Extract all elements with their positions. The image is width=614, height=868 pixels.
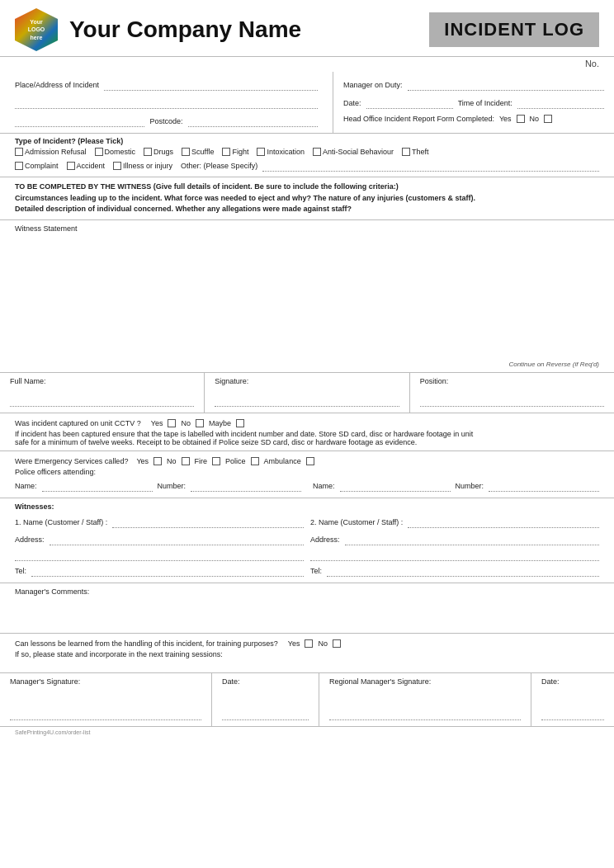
cctv-no: No bbox=[181, 419, 191, 427]
name1-input[interactable] bbox=[42, 480, 153, 492]
time-label: Time of Incident: bbox=[458, 99, 512, 107]
final-signatures-section: Manager's Signature: Date: Regional Mana… bbox=[0, 673, 614, 727]
instructions-line1: TO BE COMPLETED BY THE WITNESS (Give ful… bbox=[15, 182, 599, 193]
witness2-address-line2[interactable] bbox=[310, 550, 599, 561]
witness1-tel-label: Tel: bbox=[15, 567, 26, 575]
date2-input[interactable] bbox=[541, 709, 604, 720]
witness1-address-row: Address: bbox=[15, 532, 304, 547]
witness-statement-area[interactable] bbox=[15, 233, 599, 365]
manager-comments-label: Manager's Comments: bbox=[15, 587, 89, 596]
cb-illness-box[interactable] bbox=[113, 162, 121, 170]
witness-col-1: 1. Name (Customer / Staff) : Address: Te… bbox=[15, 513, 304, 578]
date1-input[interactable] bbox=[222, 709, 309, 720]
lessons-note: If so, please state and incorporate in t… bbox=[15, 650, 599, 658]
witness1-name-input[interactable] bbox=[112, 517, 304, 528]
other-input[interactable] bbox=[262, 160, 599, 172]
name2-input[interactable] bbox=[340, 480, 451, 492]
witness1-tel-row: Tel: bbox=[15, 564, 304, 578]
instructions-line3: Detailed description of individual conce… bbox=[15, 204, 599, 215]
place-label: Place/Address of Incident bbox=[15, 81, 99, 89]
logo: Your LOGO here bbox=[15, 8, 58, 51]
cb-intoxication: Intoxication bbox=[257, 148, 305, 156]
lessons-no-box[interactable] bbox=[333, 639, 341, 648]
manager-sig-input[interactable] bbox=[10, 709, 201, 720]
witness1-address-input[interactable] bbox=[50, 534, 304, 545]
cb-domestic-box[interactable] bbox=[95, 148, 103, 156]
witness2-name-input[interactable] bbox=[408, 517, 599, 528]
manager-sig-cell: Manager's Signature: bbox=[0, 673, 212, 726]
manager-input[interactable] bbox=[408, 79, 604, 91]
header: Your LOGO here Your Company Name INCIDEN… bbox=[0, 0, 614, 57]
witness1-address-line2[interactable] bbox=[15, 550, 304, 561]
witness2-tel-input[interactable] bbox=[327, 565, 599, 577]
place-input[interactable] bbox=[104, 79, 318, 91]
lessons-yes-box[interactable] bbox=[305, 639, 313, 648]
cb-fight-box[interactable] bbox=[222, 148, 230, 156]
incident-type-section: Type of Incident? (Please Tick) Admissio… bbox=[0, 134, 614, 177]
other-label: Other: (Please Specify) bbox=[181, 162, 257, 170]
cb-scuffle-box[interactable] bbox=[182, 148, 190, 156]
cb-other: Other: (Please Specify) bbox=[181, 158, 599, 173]
footer: SafePrinting4U.com/order-list bbox=[0, 727, 614, 738]
manager-comments-area[interactable] bbox=[15, 596, 599, 629]
footer-text: SafePrinting4U.com/order-list bbox=[15, 729, 90, 735]
emergency-no-box[interactable] bbox=[182, 457, 190, 465]
cb-antisocial-box[interactable] bbox=[313, 148, 321, 156]
witnesses-title: Witnesses: bbox=[15, 502, 54, 511]
cb-intoxication-box[interactable] bbox=[257, 148, 265, 156]
cb-accident: Accident bbox=[67, 162, 106, 170]
date2-label: Date: bbox=[541, 677, 560, 686]
witness2-address-input[interactable] bbox=[345, 534, 599, 545]
cb-drugs-box[interactable] bbox=[144, 148, 152, 156]
no-line: No. bbox=[0, 57, 614, 72]
emergency-police: Police bbox=[225, 457, 246, 465]
cctv-section: Was incident captured on unit CCTV ? Yes… bbox=[0, 413, 614, 451]
date-input[interactable] bbox=[366, 97, 453, 109]
cctv-maybe: Maybe bbox=[209, 419, 231, 427]
place-line2[interactable] bbox=[15, 97, 318, 109]
witness2-address-label: Address: bbox=[310, 535, 340, 544]
witness-col-2: 2. Name (Customer / Staff) : Address: Te… bbox=[310, 513, 599, 578]
regional-sig-input[interactable] bbox=[329, 709, 521, 720]
lessons-no: No bbox=[318, 639, 328, 648]
cctv-no-box[interactable] bbox=[196, 419, 204, 427]
full-name-cell: Full Name: bbox=[0, 373, 205, 413]
postcode-input[interactable] bbox=[188, 116, 318, 127]
instructions-section: TO BE COMPLETED BY THE WITNESS (Give ful… bbox=[0, 177, 614, 220]
cb-admission: Admission Refusal bbox=[15, 148, 87, 156]
lessons-row: Can lessons be learned from the handling… bbox=[15, 639, 599, 648]
cb-accident-box[interactable] bbox=[67, 162, 75, 170]
time-input[interactable] bbox=[517, 97, 604, 109]
signature-input[interactable] bbox=[215, 395, 399, 407]
cb-admission-box[interactable] bbox=[15, 148, 23, 156]
place-row: Place/Address of Incident bbox=[15, 78, 318, 92]
emergency-police-box[interactable] bbox=[251, 457, 259, 465]
incident-log-box: INCIDENT LOG bbox=[429, 12, 599, 47]
postcode-pre-line[interactable] bbox=[15, 116, 144, 127]
head-office-row: Head Office Incident Report Form Complet… bbox=[343, 115, 604, 123]
number2-input[interactable] bbox=[489, 480, 599, 492]
witnesses-section: Witnesses: 1. Name (Customer / Staff) : … bbox=[0, 498, 614, 583]
no-checkbox[interactable] bbox=[544, 115, 552, 123]
number1-input[interactable] bbox=[191, 480, 301, 492]
cctv-maybe-box[interactable] bbox=[236, 419, 244, 427]
full-name-input[interactable] bbox=[10, 395, 194, 407]
cb-fight: Fight bbox=[222, 148, 248, 156]
cb-complaint-box[interactable] bbox=[15, 162, 23, 170]
date1-cell: Date: bbox=[212, 673, 319, 726]
signature-cell: Signature: bbox=[205, 373, 409, 413]
manager-row: Manager on Duty: bbox=[343, 78, 604, 92]
cb-theft-box[interactable] bbox=[402, 148, 410, 156]
cb-complaint: Complaint bbox=[15, 162, 59, 170]
emergency-ambulance-box[interactable] bbox=[306, 457, 314, 465]
date-label: Date: bbox=[343, 99, 361, 107]
witness1-tel-input[interactable] bbox=[31, 565, 304, 577]
yes-checkbox[interactable] bbox=[517, 115, 525, 123]
position-input[interactable] bbox=[420, 395, 604, 407]
full-name-label: Full Name: bbox=[10, 377, 46, 385]
emergency-fire-box[interactable] bbox=[212, 457, 220, 465]
emergency-yes-box[interactable] bbox=[154, 457, 162, 465]
cctv-yes-box[interactable] bbox=[168, 419, 176, 427]
continue-note: Continue on Reverse (if Req'd) bbox=[508, 361, 599, 368]
cctv-yes: Yes bbox=[151, 419, 163, 427]
